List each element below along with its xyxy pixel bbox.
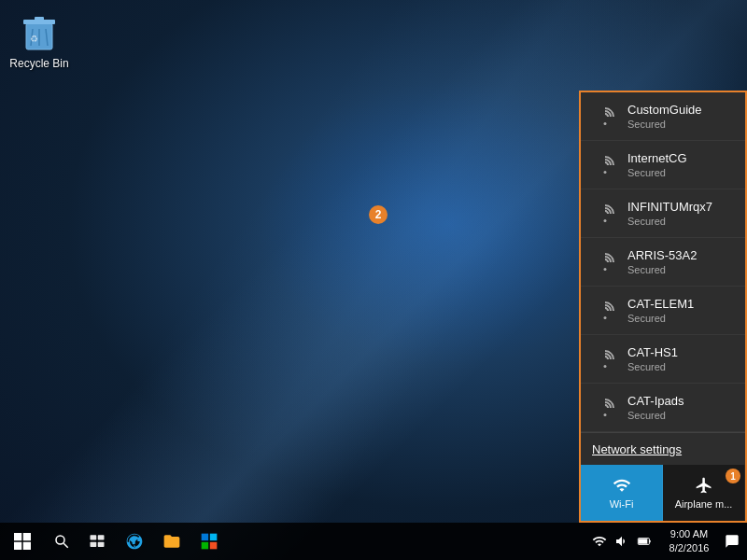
wifi-network-item[interactable]: CAT-Ipads Secured — [581, 384, 745, 432]
wifi-signal-icon — [592, 298, 618, 324]
svg-rect-11 — [91, 542, 97, 547]
svg-point-7 — [56, 536, 64, 544]
task-view-button[interactable] — [78, 523, 116, 560]
recycle-bin-label: Recycle Bin — [6, 57, 73, 70]
system-clock[interactable]: 9:00 AM 8/2/2016 — [661, 527, 717, 556]
wifi-network-status: Secured — [627, 264, 697, 275]
wifi-toggle-button[interactable]: Wi-Fi — [581, 465, 663, 521]
wifi-signal-icon — [592, 201, 618, 227]
recycle-bin-graphic: ♻ — [17, 8, 62, 53]
svg-text:♻: ♻ — [30, 34, 38, 44]
svg-rect-15 — [202, 542, 209, 550]
wifi-network-list: CustomGuide Secured InternetCG Secured — [581, 92, 745, 432]
speaker-systray-icon[interactable] — [613, 532, 631, 551]
svg-rect-10 — [98, 535, 105, 539]
svg-rect-14 — [210, 534, 218, 541]
network-settings-link[interactable]: Network settings — [592, 442, 682, 456]
wifi-network-item[interactable]: CAT-HS1 Secured — [581, 335, 745, 384]
search-button[interactable] — [45, 523, 78, 560]
recycle-bin-icon[interactable]: ♻ Recycle Bin — [2, 5, 77, 74]
edge-browser-button[interactable] — [116, 523, 153, 560]
airplane-mode-button[interactable]: Airplane m... 1 — [663, 465, 745, 521]
badge-2: 2 — [369, 205, 388, 224]
wifi-network-name: CustomGuide — [627, 103, 701, 119]
network-settings-section: Network settings — [581, 432, 745, 465]
wifi-network-status: Secured — [627, 119, 701, 130]
airplane-mode-label: Airplane m... — [675, 498, 733, 510]
clock-time: 9:00 AM — [670, 527, 708, 541]
quick-actions-bar: Wi-Fi Airplane m... 1 — [581, 465, 745, 521]
wifi-network-item[interactable]: INFINITUMrqx7 Secured — [581, 189, 745, 238]
wifi-network-status: Secured — [627, 167, 687, 178]
wifi-signal-icon — [592, 346, 618, 372]
svg-line-8 — [63, 543, 68, 548]
svg-rect-2 — [35, 17, 44, 21]
file-explorer-button[interactable] — [153, 523, 190, 560]
badge-1: 1 — [726, 469, 740, 483]
svg-rect-18 — [639, 539, 647, 543]
wifi-network-status: Secured — [627, 313, 694, 324]
svg-rect-9 — [91, 535, 97, 539]
battery-systray-icon[interactable] — [635, 532, 654, 551]
wifi-network-status: Secured — [627, 216, 712, 227]
taskbar: 9:00 AM 8/2/2016 — [0, 523, 747, 560]
wifi-network-name: ARRIS-53A2 — [627, 248, 697, 264]
wifi-network-item[interactable]: CustomGuide Secured — [581, 92, 745, 141]
svg-rect-13 — [202, 534, 209, 541]
svg-rect-19 — [649, 540, 650, 543]
store-button[interactable] — [190, 523, 228, 560]
desktop: ♻ Recycle Bin 2 CustomGuide — [0, 0, 747, 560]
system-tray — [583, 523, 661, 560]
wifi-network-name: CAT-ELEM1 — [627, 297, 694, 313]
wifi-network-item[interactable]: InternetCG Secured — [581, 141, 745, 189]
wifi-network-name: InternetCG — [627, 151, 687, 167]
wifi-signal-icon — [592, 249, 618, 275]
wifi-network-item[interactable]: CAT-ELEM1 Secured — [581, 287, 745, 335]
start-button[interactable] — [0, 523, 45, 560]
wifi-network-status: Secured — [627, 410, 684, 421]
wifi-toggle-label: Wi-Fi — [610, 498, 634, 510]
wifi-systray-icon[interactable] — [590, 532, 609, 551]
wifi-network-item[interactable]: ARRIS-53A2 Secured — [581, 238, 745, 287]
wifi-network-name: CAT-Ipads — [627, 394, 684, 410]
wifi-network-name: INFINITUMrqx7 — [627, 200, 712, 216]
svg-rect-16 — [210, 542, 218, 550]
wifi-network-status: Secured — [627, 361, 678, 372]
svg-rect-12 — [98, 542, 105, 547]
wifi-signal-icon — [592, 104, 618, 130]
wifi-signal-icon — [592, 152, 618, 178]
wifi-network-name: CAT-HS1 — [627, 345, 678, 361]
wifi-network-panel: CustomGuide Secured InternetCG Secured — [579, 91, 747, 523]
notification-center-button[interactable] — [717, 523, 747, 560]
clock-date: 8/2/2016 — [669, 541, 710, 555]
wifi-signal-icon — [592, 395, 618, 421]
